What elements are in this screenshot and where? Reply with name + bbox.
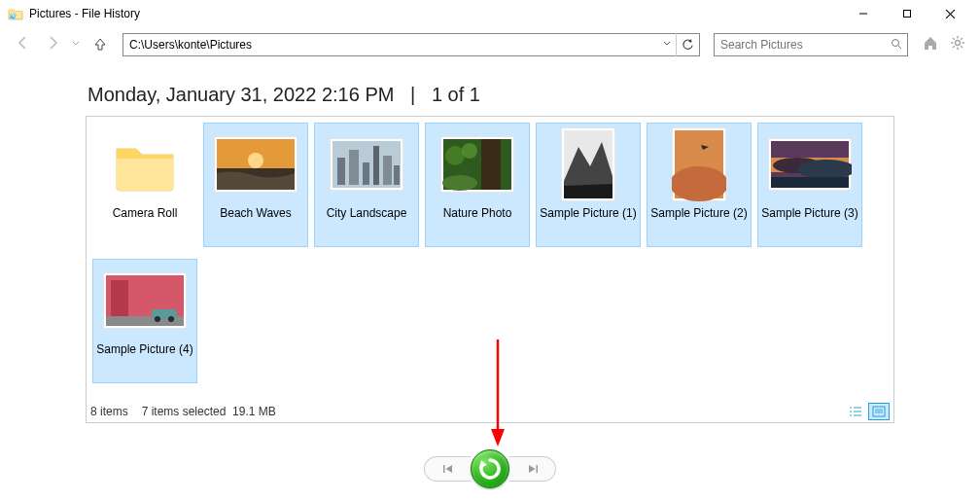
address-bar [122,33,700,56]
svg-point-38 [672,166,726,201]
svg-marker-63 [445,465,452,473]
image-item[interactable]: Beach Waves [203,123,308,247]
svg-rect-2 [903,11,910,18]
svg-rect-44 [771,177,849,188]
image-thumbnail [431,126,524,202]
svg-rect-27 [394,165,400,185]
svg-line-12 [953,38,955,40]
svg-rect-26 [383,156,392,185]
svg-marker-65 [529,465,536,473]
thumbnails-view-button[interactable] [868,403,890,420]
snapshot-datetime: Monday, January 31, 2022 2:16 PM [88,84,394,105]
svg-point-51 [168,316,174,322]
image-item[interactable]: Sample Picture (3) [757,123,862,247]
svg-point-31 [442,175,477,191]
search-box [714,33,908,56]
image-thumbnail [98,263,192,339]
refresh-button[interactable] [676,33,699,56]
history-controls [0,449,980,488]
search-icon[interactable] [886,38,907,53]
item-label: Camera Roll [113,206,178,220]
file-list: Camera RollBeach WavesCity LandscapeNatu… [86,116,894,423]
image-thumbnail [209,126,302,202]
minimize-button[interactable] [841,0,885,27]
svg-rect-24 [363,162,369,185]
svg-rect-47 [111,280,128,319]
up-button[interactable] [88,37,113,54]
image-item[interactable]: Sample Picture (2) [647,123,752,247]
previous-version-button[interactable] [424,456,471,482]
toolbar [0,27,980,62]
svg-point-50 [155,316,160,322]
svg-line-13 [961,46,962,48]
image-item[interactable]: Sample Picture (1) [536,123,641,247]
svg-rect-66 [536,465,538,473]
svg-line-15 [961,38,962,40]
item-label: Beach Waves [220,206,292,220]
image-item[interactable]: Sample Picture (4) [92,259,197,383]
titlebar: Pictures - File History [0,0,980,27]
svg-line-6 [898,46,901,49]
history-dropdown[interactable] [70,40,82,50]
svg-rect-30 [481,139,501,190]
svg-marker-61 [491,429,505,447]
svg-point-33 [462,143,477,159]
image-thumbnail [652,126,746,202]
svg-point-5 [892,39,899,46]
restore-button[interactable] [471,449,509,488]
item-count: 8 items [90,405,128,418]
address-dropdown[interactable] [658,40,676,50]
search-input[interactable] [715,38,886,52]
image-item[interactable]: City Landscape [314,123,419,247]
close-button[interactable] [928,0,972,27]
image-thumbnail [542,126,635,202]
item-label: Sample Picture (4) [96,342,192,356]
svg-point-7 [956,41,961,46]
maximize-button[interactable] [885,0,928,27]
svg-point-18 [248,153,263,168]
item-label: Sample Picture (1) [540,206,636,220]
window-title: Pictures - File History [29,7,841,20]
forward-button[interactable] [41,35,64,54]
folder-item[interactable]: Camera Roll [92,123,197,247]
status-bar: 8 items 7 items selected 19.1 MB [90,403,890,420]
svg-point-32 [445,146,465,165]
item-label: Sample Picture (2) [650,206,747,220]
item-label: Sample Picture (3) [761,206,858,220]
svg-rect-59 [875,409,883,413]
item-label: Nature Photo [443,206,512,220]
image-thumbnail [763,126,857,202]
heading-divider: | [410,84,415,105]
item-label: City Landscape [327,206,407,220]
svg-rect-25 [373,146,379,185]
gear-icon[interactable] [947,35,968,54]
svg-rect-23 [349,150,359,185]
svg-rect-62 [443,465,445,473]
window-controls [841,0,972,27]
svg-line-14 [953,46,955,48]
svg-rect-22 [337,158,345,185]
selection-info: 7 items selected 19.1 MB [142,405,276,418]
home-icon[interactable] [920,35,941,54]
heading: Monday, January 31, 2022 2:16 PM | 1 of … [0,62,980,116]
page-indicator: 1 of 1 [432,84,480,105]
details-view-button[interactable] [845,403,866,420]
image-thumbnail [320,126,413,202]
back-button[interactable] [12,35,35,54]
address-input[interactable] [123,38,658,52]
folder-history-icon [8,6,23,21]
image-item[interactable]: Nature Photo [425,123,530,247]
folder-icon [98,126,192,202]
next-version-button[interactable] [509,456,556,482]
